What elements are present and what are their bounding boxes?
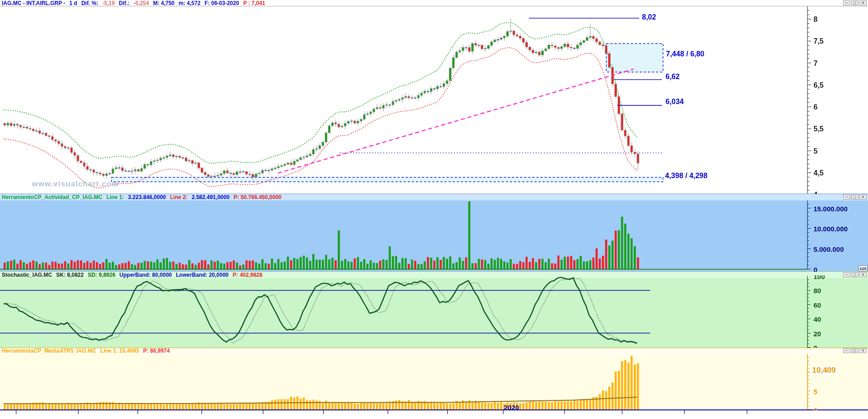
title-segment: m: 4,572	[179, 0, 201, 6]
axis-label: 4	[814, 191, 818, 194]
axis-label: 80	[814, 287, 821, 294]
title-segment: 1 d	[69, 0, 77, 6]
price-chart-area[interactable]	[0, 6, 807, 194]
annotation-zone-low[interactable]: 4,398 / 4,298	[665, 172, 707, 180]
volume-header-segment: Line 2:	[170, 195, 187, 200]
annotation-zone-high[interactable]: 7,448 / 6,80	[666, 50, 705, 58]
atr-last-value-badge: 10,409	[810, 366, 838, 375]
stochastic-chart-area[interactable]	[0, 278, 807, 348]
stochastic-panel-header: Stochastic_IAG.MCSK: 8,0822SD: 9,8926Upp…	[2, 272, 262, 278]
atr-header-segment: HerramientaCP_MediaATR5_IAG.MC	[2, 348, 96, 354]
volume-header-segment: Line 1:	[106, 195, 124, 200]
axis-label: 60	[814, 302, 821, 309]
title-segment: M: 4,750	[153, 0, 174, 6]
axis-label: 7	[814, 60, 818, 67]
axis-label: 5	[814, 388, 817, 395]
axis-label: 5.000.000	[814, 246, 844, 253]
atr-panel-header: HerramientaCP_MediaATR5_IAG.MCLine 1: 10…	[2, 348, 170, 354]
price-panel-window-controls: —▢✕	[843, 0, 867, 5]
volume-header-segment: P: 50.766.450,5000	[234, 195, 281, 200]
axis-label: 40	[814, 316, 821, 323]
date-axis[interactable]: 01-May-1901-Jun-1901-Jul-1901-Ago-1901-S…	[0, 410, 868, 419]
minimize-button[interactable]: —	[843, 195, 850, 200]
axis-label: 100	[814, 275, 825, 280]
volume-axis[interactable]: 15.000.00010.000.0005.000.0000	[807, 200, 868, 272]
watermark: www.visualchart.com	[32, 180, 119, 189]
axis-label: 5,5	[814, 125, 824, 133]
axis-label: 10.000.000	[814, 225, 848, 232]
title-segment: P : 7,041	[243, 0, 265, 6]
volume-panel-window-controls: —▢✕	[843, 195, 867, 200]
stochastic-header-segment: Stochastic_IAG.MC	[2, 272, 52, 278]
axis-label: 7,5	[814, 38, 824, 45]
title-segment: Dif.:	[119, 0, 129, 6]
atr-header-segment: Line 1: 10,4093	[100, 348, 139, 354]
atr-chart-area[interactable]	[0, 354, 807, 410]
maximize-button[interactable]: ▢	[851, 195, 858, 200]
title-bar: IAG.MC - INT.AIRL.GRP -1 dDif. %:-5,19Di…	[2, 0, 265, 6]
volume-header-segment: 2.582.491,0000	[192, 195, 229, 200]
axis-label: 0	[814, 344, 817, 348]
title-segment: -5,19	[102, 0, 114, 6]
title-segment: F: 06-03-2020	[205, 0, 239, 6]
axis-label: 15.000.000	[814, 205, 848, 212]
volume-panel-header: HerramientoCP_Actividad_CP_IAG.MCLine 1:…	[2, 195, 281, 200]
axis-label: 8	[814, 16, 818, 23]
axis-label: 4,5	[814, 170, 824, 177]
stochastic-header-segment: UpperBand: 80,0000	[119, 272, 172, 278]
stochastic-axis[interactable]: 100806040200	[807, 275, 868, 348]
axis-label: 6,5	[814, 82, 824, 89]
title-segment: -0,254	[133, 0, 149, 6]
year-label: 2020	[504, 404, 519, 411]
annotation-level-662[interactable]: 6,62	[666, 73, 680, 80]
title-segment: Dif. %:	[81, 0, 98, 6]
minimize-button[interactable]: —	[843, 0, 850, 5]
volume-multiplier-badge: x10	[858, 265, 868, 271]
close-button[interactable]: ✕	[859, 0, 867, 5]
price-axis[interactable]: 87,576,565,554,54	[807, 6, 868, 194]
atr-panel-window-controls: —▢✕	[843, 348, 867, 353]
volume-chart-area[interactable]	[0, 200, 807, 272]
close-button[interactable]: ✕	[859, 348, 867, 353]
stochastic-header-segment: LowerBand: 20,0000	[176, 272, 229, 278]
atr-axis[interactable]: 50	[807, 354, 868, 410]
annotation-level-802[interactable]: 8,02	[642, 14, 656, 21]
maximize-button[interactable]: ▢	[851, 348, 858, 353]
axis-label: 20	[814, 330, 821, 337]
stochastic-header-segment: P: 402,9828	[233, 272, 262, 278]
volume-header-segment: 3.223.846,0000	[128, 195, 166, 200]
volume-header-segment: HerramientoCP_Actividad_CP_IAG.MC	[2, 195, 102, 200]
close-button[interactable]: ✕	[859, 195, 867, 200]
axis-label: 0	[814, 407, 817, 411]
stochastic-header-segment: SD: 9,8926	[88, 272, 115, 278]
axis-label: 5	[814, 148, 818, 155]
annotation-level-6034[interactable]: 6,034	[666, 98, 684, 105]
app-window: { "title_bar": {"segments": [ {"text": "…	[0, 0, 868, 419]
maximize-button[interactable]: ▢	[851, 0, 858, 5]
atr-header-segment: P: 86,9974	[143, 348, 170, 354]
axis-label: 6	[814, 104, 818, 111]
minimize-button[interactable]: —	[843, 348, 850, 353]
title-segment: IAG.MC - INT.AIRL.GRP -	[2, 0, 65, 6]
axis-label: 0	[814, 266, 817, 272]
stochastic-header-segment: SK: 8,0822	[56, 272, 84, 278]
